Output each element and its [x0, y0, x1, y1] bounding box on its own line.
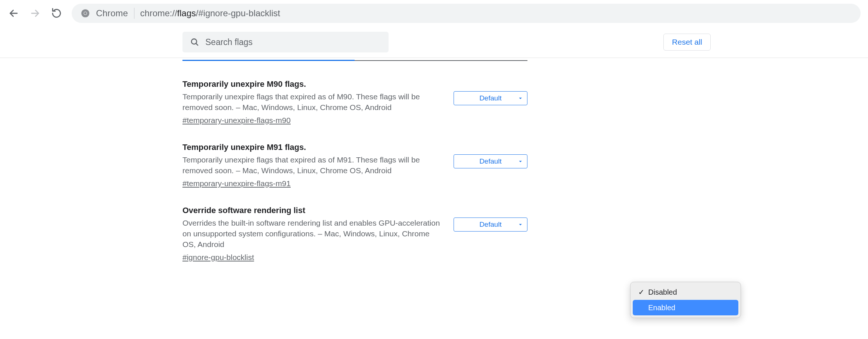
- omnibox-url-prefix: chrome://: [140, 8, 177, 18]
- tab-strip: [182, 58, 527, 61]
- search-input[interactable]: [205, 37, 381, 47]
- flag-anchor-link[interactable]: #ignore-gpu-blocklist: [182, 253, 254, 261]
- omnibox-origin-label: Chrome: [96, 8, 128, 18]
- omnibox-url-host: flags: [177, 8, 196, 18]
- flag-row: Override software rendering list Overrid…: [182, 206, 527, 262]
- address-bar[interactable]: Chrome chrome://flags/#ignore-gpu-blackl…: [72, 4, 861, 23]
- svg-point-5: [84, 12, 87, 15]
- flag-dropdown[interactable]: Default: [454, 91, 527, 105]
- flag-title: Temporarily unexpire M91 flags.: [182, 143, 443, 152]
- flag-title: Override software rendering list: [182, 206, 443, 215]
- flags-list: Temporarily unexpire M90 flags. Temporar…: [182, 61, 527, 262]
- flag-description: Temporarily unexpire flags that expired …: [182, 154, 443, 176]
- omnibox-separator: [134, 8, 134, 19]
- flag-text-block: Temporarily unexpire M90 flags. Temporar…: [182, 79, 443, 125]
- flag-select-wrapper: Default: [454, 218, 527, 232]
- flag-select-wrapper: Default: [454, 154, 527, 168]
- flag-description: Temporarily unexpire flags that expired …: [182, 91, 443, 113]
- tab-unavailable-underline[interactable]: [355, 58, 527, 61]
- flag-select-wrapper: Default: [454, 91, 527, 105]
- back-button[interactable]: [7, 7, 20, 20]
- search-icon: [190, 37, 199, 47]
- flag-anchor-link[interactable]: #temporary-unexpire-flags-m91: [182, 179, 291, 188]
- flag-row: Temporarily unexpire M90 flags. Temporar…: [182, 79, 527, 125]
- svg-line-7: [196, 43, 198, 45]
- check-icon: ✓: [636, 288, 646, 297]
- dropdown-option-label: Enabled: [648, 304, 734, 312]
- dropdown-option-label: Disabled: [648, 288, 734, 297]
- search-box[interactable]: [182, 32, 389, 52]
- chrome-logo-icon: [81, 8, 90, 18]
- flag-title: Temporarily unexpire M90 flags.: [182, 79, 443, 89]
- reset-all-button[interactable]: Reset all: [663, 34, 711, 51]
- dropdown-option-enabled[interactable]: Enabled: [633, 300, 738, 315]
- reload-button[interactable]: [50, 7, 63, 20]
- flag-text-block: Override software rendering list Overrid…: [182, 206, 443, 262]
- flags-header: Reset all: [0, 27, 868, 58]
- flag-description: Overrides the built-in software renderin…: [182, 218, 443, 250]
- browser-toolbar: Chrome chrome://flags/#ignore-gpu-blackl…: [0, 0, 868, 27]
- forward-button[interactable]: [29, 7, 41, 20]
- omnibox-url-path: /#ignore-gpu-blacklist: [196, 8, 280, 18]
- flag-row: Temporarily unexpire M91 flags. Temporar…: [182, 143, 527, 188]
- flag-text-block: Temporarily unexpire M91 flags. Temporar…: [182, 143, 443, 188]
- flag-anchor-link[interactable]: #temporary-unexpire-flags-m90: [182, 116, 291, 124]
- flag-dropdown[interactable]: Default: [454, 154, 527, 168]
- dropdown-option-disabled[interactable]: ✓ Disabled: [633, 284, 738, 300]
- dropdown-popup: ✓ Disabled Enabled: [630, 282, 741, 318]
- flags-header-inner: Reset all: [182, 32, 711, 52]
- flag-dropdown[interactable]: Default: [454, 218, 527, 232]
- omnibox-url: chrome://flags/#ignore-gpu-blacklist: [140, 8, 280, 18]
- tab-available-underline[interactable]: [182, 58, 355, 61]
